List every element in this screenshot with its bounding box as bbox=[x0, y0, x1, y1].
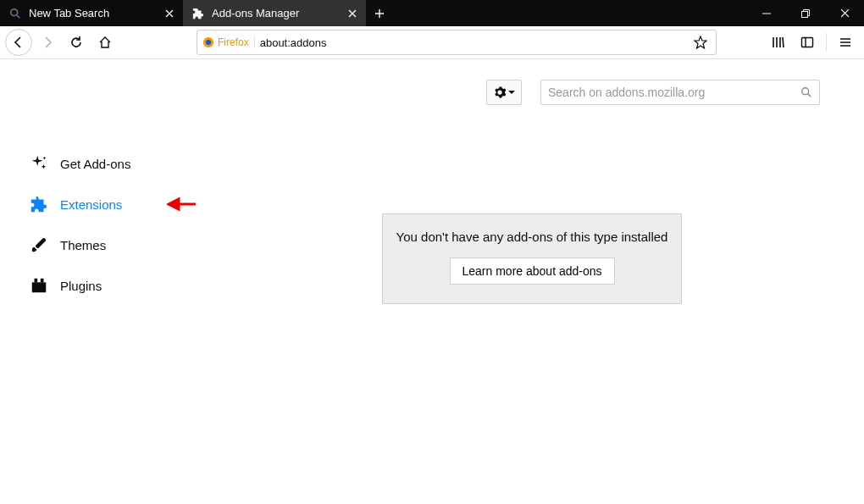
identity-label: Firefox bbox=[218, 36, 249, 48]
empty-state-panel: You don't have any add-ons of this type … bbox=[382, 213, 682, 304]
search-icon[interactable] bbox=[800, 86, 812, 98]
address-bar[interactable]: Firefox about:addons bbox=[197, 30, 717, 55]
browser-tab[interactable]: Add-ons Manager bbox=[183, 0, 366, 26]
paintbrush-icon bbox=[30, 235, 48, 254]
svg-point-11 bbox=[802, 88, 809, 95]
addons-main: You don't have any add-ons of this type … bbox=[208, 59, 864, 504]
svg-rect-8 bbox=[32, 282, 47, 292]
tools-menu-button[interactable] bbox=[486, 80, 522, 105]
sidebar-item-label: Themes bbox=[60, 238, 106, 252]
addons-search-box[interactable] bbox=[540, 80, 820, 105]
addons-sidebar: Get Add-ons Extensions Themes Plugins bbox=[0, 59, 208, 504]
library-button[interactable] bbox=[765, 29, 792, 56]
sparkle-icon bbox=[30, 154, 48, 173]
svg-rect-6 bbox=[802, 38, 813, 47]
forward-button[interactable] bbox=[34, 29, 61, 56]
app-menu-button[interactable] bbox=[832, 29, 859, 56]
svg-rect-9 bbox=[35, 279, 38, 283]
search-input[interactable] bbox=[548, 86, 794, 99]
gear-icon bbox=[494, 86, 506, 98]
home-button[interactable] bbox=[91, 29, 119, 56]
sidebar-item-label: Plugins bbox=[60, 279, 102, 293]
chevron-down-icon bbox=[508, 91, 515, 95]
learn-more-button[interactable]: Learn more about add-ons bbox=[450, 258, 615, 285]
close-icon[interactable] bbox=[163, 7, 176, 20]
browser-tab-bar: New Tab Search Add-ons Manager bbox=[0, 0, 864, 26]
sidebar-item-get-addons[interactable]: Get Add-ons bbox=[30, 143, 208, 184]
maximize-button[interactable] bbox=[786, 0, 825, 26]
url-text: about:addons bbox=[260, 36, 689, 49]
bookmark-star-icon[interactable] bbox=[694, 36, 711, 49]
tab-title: New Tab Search bbox=[29, 7, 163, 19]
puzzle-icon bbox=[191, 7, 205, 20]
close-window-button[interactable] bbox=[825, 0, 864, 26]
browser-toolbar: Firefox about:addons bbox=[0, 26, 864, 59]
browser-tab[interactable]: New Tab Search bbox=[0, 0, 183, 26]
addons-page: Get Add-ons Extensions Themes Plugins bbox=[0, 59, 864, 504]
sidebar-item-extensions[interactable]: Extensions bbox=[30, 184, 208, 224]
sidebar-item-label: Extensions bbox=[60, 197, 122, 212]
reload-button[interactable] bbox=[63, 29, 90, 56]
svg-rect-3 bbox=[802, 11, 808, 17]
minimize-button[interactable] bbox=[747, 0, 786, 26]
puzzle-icon bbox=[30, 195, 48, 213]
svg-rect-10 bbox=[41, 279, 44, 283]
addons-toolbar bbox=[208, 78, 820, 107]
tab-title: Add-ons Manager bbox=[212, 7, 346, 19]
sidebar-item-plugins[interactable]: Plugins bbox=[30, 265, 208, 306]
close-icon[interactable] bbox=[346, 7, 359, 20]
firefox-icon bbox=[202, 36, 214, 48]
separator bbox=[826, 33, 827, 52]
sidebar-item-themes[interactable]: Themes bbox=[30, 224, 208, 265]
sidebar-item-label: Get Add-ons bbox=[60, 157, 130, 171]
svg-line-1 bbox=[17, 14, 20, 18]
back-button[interactable] bbox=[5, 29, 32, 56]
window-controls bbox=[747, 0, 864, 26]
plugin-icon bbox=[30, 276, 48, 295]
sidebar-button[interactable] bbox=[794, 29, 821, 56]
search-icon bbox=[8, 7, 22, 20]
identity-box[interactable]: Firefox bbox=[202, 36, 255, 48]
svg-point-5 bbox=[206, 40, 211, 45]
annotation-arrow-icon bbox=[167, 197, 197, 212]
empty-state-message: You don't have any add-ons of this type … bbox=[393, 230, 671, 244]
svg-point-0 bbox=[11, 8, 18, 15]
new-tab-button[interactable] bbox=[366, 0, 393, 26]
svg-line-12 bbox=[808, 94, 811, 97]
